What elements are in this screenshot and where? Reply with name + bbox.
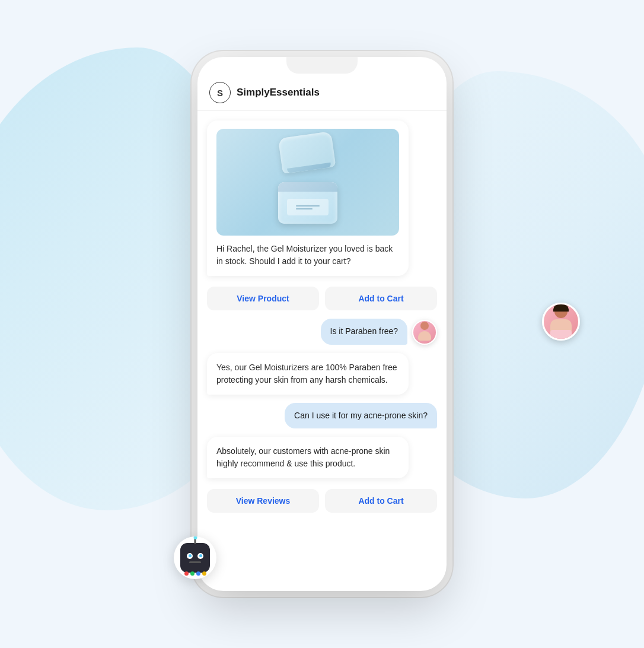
portrait-hair	[553, 303, 569, 312]
user-bubble-2: Can I use it for my acne-prone skin?	[285, 403, 437, 429]
bot-eyes	[187, 553, 203, 559]
bot-message-3-text: Absolutely, our customers with acne-pron…	[216, 445, 399, 470]
portrait-head	[554, 305, 568, 318]
user-portrait	[542, 303, 580, 341]
add-to-cart-button-2[interactable]: Add to Cart	[325, 489, 437, 513]
portrait-clothing	[550, 330, 572, 339]
action-buttons-1: View Product Add to Cart	[207, 287, 437, 310]
avatar-head	[420, 322, 429, 330]
brand-logo-letter: S	[217, 88, 223, 98]
user-message-2-text: Can I use it for my acne-prone skin?	[294, 411, 428, 420]
bot-icon-wrapper	[174, 536, 216, 579]
dot-yellow	[202, 571, 206, 576]
bot-color-dots	[184, 571, 206, 576]
user-bubble-1: Is it Paraben free?	[321, 319, 407, 345]
jar-label-line-2	[296, 208, 313, 209]
view-reviews-button[interactable]: View Reviews	[207, 489, 319, 513]
bot-bubble-3: Absolutely, our customers with acne-pron…	[207, 437, 409, 478]
phone-wrapper: S SimplyEssentials	[197, 57, 447, 591]
phone-frame: S SimplyEssentials	[197, 57, 447, 591]
jar-label-lines	[296, 205, 320, 209]
phone-header: S SimplyEssentials	[197, 74, 447, 111]
jar-base	[278, 182, 337, 224]
avatar-body	[418, 331, 431, 341]
bot-icon	[174, 536, 216, 579]
jar-label-line-1	[296, 205, 320, 207]
portrait-figure	[547, 305, 575, 338]
dot-red	[184, 571, 189, 576]
page-container: S SimplyEssentials	[0, 0, 644, 648]
bot-mouth-icon	[189, 561, 201, 563]
add-to-cart-button-1[interactable]: Add to Cart	[325, 287, 437, 310]
phone-notch	[286, 57, 358, 74]
bot-message-2-text: Yes, our Gel Moisturizers are 100% Parab…	[216, 361, 399, 386]
bot-right-eye-icon	[197, 553, 203, 559]
jar-lid	[278, 131, 336, 174]
dot-blue	[196, 571, 200, 576]
user-bubble-wrapper-1: Is it Paraben free?	[207, 319, 437, 345]
bot-message-1-text: Hi Rachel, the Gel Moisturizer you loved…	[216, 243, 399, 268]
product-image	[216, 129, 399, 236]
user-bubble-wrapper-2: Can I use it for my acne-prone skin?	[207, 403, 437, 429]
user-avatar-1	[412, 320, 437, 345]
brand-name: SimplyEssentials	[237, 87, 320, 99]
brand-logo: S	[209, 82, 231, 103]
product-visual	[269, 141, 346, 224]
bot-bubble-2: Yes, our Gel Moisturizers are 100% Parab…	[207, 353, 409, 395]
bot-face	[180, 543, 210, 573]
avatar-figure	[416, 322, 433, 343]
bot-bubble-1: Hi Rachel, the Gel Moisturizer you loved…	[207, 120, 409, 276]
jar-label	[287, 199, 329, 215]
bot-antenna-icon	[195, 538, 196, 544]
dot-green	[190, 571, 195, 576]
bot-left-eye-icon	[187, 553, 193, 559]
chat-area: Hi Rachel, the Gel Moisturizer you loved…	[197, 111, 447, 591]
action-buttons-2: View Reviews Add to Cart	[207, 489, 437, 513]
user-message-1-text: Is it Paraben free?	[330, 326, 398, 336]
view-product-button[interactable]: View Product	[207, 287, 319, 310]
